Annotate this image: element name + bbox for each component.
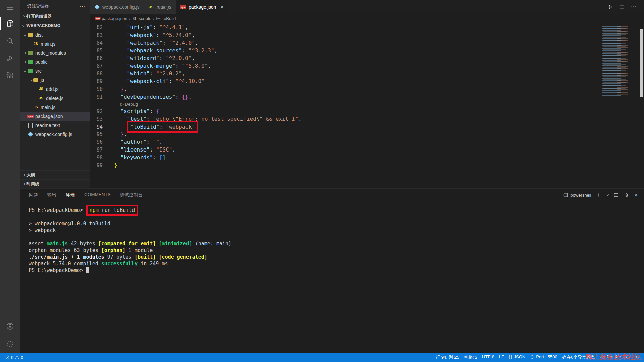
notifications-bell-icon[interactable] <box>633 355 642 360</box>
line-text: "author": "", <box>111 139 163 145</box>
terminal-shell-select[interactable]: powershell <box>563 192 591 198</box>
run-debug-icon[interactable] <box>0 50 20 67</box>
account-icon[interactable] <box>0 318 20 335</box>
file-tree: distmain.jsnode_modulespublicsrcjsadd.js… <box>20 30 90 170</box>
breadcrumb-item-toBuild[interactable]: toBuild <box>156 16 176 21</box>
code-line-92[interactable]: 92 "scripts": { <box>90 107 644 115</box>
timeline-section[interactable]: 时间线 <box>20 179 90 188</box>
breadcrumb-item-scripts[interactable]: scripts <box>132 16 151 21</box>
workspace-root-section[interactable]: WEBPACKDEMO <box>20 21 90 30</box>
code-line-99[interactable]: 99} <box>90 161 644 169</box>
panel-tab-终端[interactable]: 终端 <box>65 189 75 201</box>
editor-scrollbar[interactable] <box>640 29 643 97</box>
line-number: 88 <box>90 70 111 78</box>
code-line-85[interactable]: 85 "webpack-sources": "^3.2.3", <box>90 47 644 54</box>
tree-item-webpack.config.js[interactable]: webpack.config.js <box>20 130 90 139</box>
search-icon[interactable] <box>0 32 20 50</box>
explorer-icon[interactable] <box>0 15 20 32</box>
line-text: } <box>111 162 117 168</box>
breadcrumb-label: package.json <box>102 16 127 21</box>
code-line-86[interactable]: 86 "wildcard": "^2.0.0", <box>90 54 644 62</box>
tree-item-add.js[interactable]: add.js <box>20 84 90 94</box>
tree-item-package.json[interactable]: package.json <box>20 112 90 121</box>
tree-item-node_modules[interactable]: node_modules <box>20 48 90 57</box>
status-item-JSON[interactable]: JSON <box>506 354 528 359</box>
line-number: 89 <box>90 78 111 85</box>
tree-item-dist[interactable]: dist <box>20 30 90 39</box>
extensions-icon[interactable] <box>0 67 20 84</box>
close-icon[interactable]: × <box>220 4 223 10</box>
close-panel-icon[interactable]: × <box>634 192 638 199</box>
split-terminal-icon[interactable] <box>613 192 619 198</box>
more-actions-icon[interactable]: ··· <box>630 4 637 10</box>
code-line-87[interactable]: 87 "webpack-merge": "^5.8.0", <box>90 62 644 70</box>
line-text: ▷ Debug <box>111 102 138 107</box>
run-file-icon[interactable] <box>607 4 613 10</box>
panel: 问题输出终端COMMENTS调试控制台 powershell × <box>20 188 644 353</box>
new-terminal-icon[interactable] <box>596 192 601 198</box>
split-editor-icon[interactable] <box>619 4 625 10</box>
breadcrumb-item-package.json[interactable]: package.json <box>95 16 127 21</box>
error-icon <box>5 355 10 360</box>
code-lines: 82 "uri-js": "^4.4.1",83 "webpack": "^5.… <box>90 23 644 169</box>
line-number: 95 <box>90 131 111 138</box>
terminal-line: PS E:\webpackDemo> npm run toBuild <box>29 207 644 214</box>
status-item-行 94, 列 25[interactable]: 行 94, 列 25 <box>433 354 461 360</box>
code-line-89[interactable]: 89 "webpack-cli": "^4.10.0" <box>90 77 644 85</box>
line-text: "watchpack": "^2.4.0", <box>111 40 198 46</box>
error-count: 0 <box>11 355 13 360</box>
chevron-icon <box>29 78 32 81</box>
problems-status[interactable]: 0 0 <box>3 355 25 360</box>
code-line-96[interactable]: 96 "author": "", <box>90 138 644 146</box>
minimap[interactable] <box>602 25 639 96</box>
code-line-83[interactable]: 83 "webpack": "^5.74.0", <box>90 31 644 39</box>
status-item-UTF-8[interactable]: UTF-8 <box>480 354 497 359</box>
open-editors-section[interactable]: 打开的编辑器 <box>20 12 90 21</box>
tree-item-public[interactable]: public <box>20 57 90 66</box>
code-line-94[interactable]: 94 "toBuild": "webpack" <box>90 123 644 130</box>
status-item-LF[interactable]: LF <box>497 354 506 359</box>
feedback-icon[interactable] <box>623 355 633 360</box>
menu-icon[interactable] <box>0 0 20 15</box>
terminal-dropdown-icon[interactable] <box>606 193 609 196</box>
code-line-88[interactable]: 88 "which": "^2.0.2", <box>90 70 644 77</box>
sidebar-more-actions-icon[interactable]: ··· <box>80 4 85 9</box>
code-line-97[interactable]: 97 "license": "ISC", <box>90 146 644 154</box>
panel-tab-问题[interactable]: 问题 <box>29 189 38 201</box>
tree-item-src[interactable]: src <box>20 66 90 75</box>
tree-item-readme.text[interactable]: readme.text <box>20 121 90 130</box>
tab-main.js[interactable]: main.js <box>144 0 176 14</box>
tree-item-main.js[interactable]: main.js <box>20 39 90 48</box>
open-editors-label: 打开的编辑器 <box>26 14 52 19</box>
tab-package.json[interactable]: package.json× <box>176 0 228 14</box>
chevron-right-icon <box>22 183 25 185</box>
panel-tab-COMMENTS[interactable]: COMMENTS <box>84 189 111 201</box>
code-line-91[interactable]: 91 "devDependencies": {}, <box>90 93 644 101</box>
status-item-空格: 2[interactable]: 空格: 2 <box>462 354 480 360</box>
code-area[interactable]: 82 "uri-js": "^4.4.1",83 "webpack": "^5.… <box>90 23 644 188</box>
code-line-82[interactable]: 82 "uri-js": "^4.4.1", <box>90 23 644 31</box>
outline-section[interactable]: 大纲 <box>20 170 90 179</box>
tree-item-js[interactable]: js <box>20 75 90 84</box>
status-item-Prettier[interactable]: Prettier <box>597 354 623 359</box>
js-icon <box>149 4 154 10</box>
line-text: "wildcard": "^2.0.0", <box>111 55 195 61</box>
braces-icon <box>509 354 512 359</box>
kill-terminal-icon[interactable] <box>624 192 629 198</box>
code-line-98[interactable]: 98 "keywords": [] <box>90 154 644 161</box>
code-line-84[interactable]: 84 "watchpack": "^2.4.0", <box>90 39 644 47</box>
terminal-lines: PS E:\webpackDemo> npm run toBuild> webp… <box>29 207 644 274</box>
status-item-存在0个异常标点[interactable]: 存在0个异常标点 <box>560 354 597 360</box>
tree-item-label: node_modules <box>35 50 66 56</box>
panel-tab-调试控制台[interactable]: 调试控制台 <box>120 189 143 201</box>
settings-gear-icon[interactable] <box>0 335 20 353</box>
code-line-90[interactable]: 90 }, <box>90 85 644 93</box>
tree-item-main.js[interactable]: main.js <box>20 103 90 112</box>
codelens[interactable]: ▷ Debug <box>90 101 644 107</box>
panel-tab-输出[interactable]: 输出 <box>47 189 57 201</box>
tree-item-delete.js[interactable]: delete.js <box>20 94 90 103</box>
terminal[interactable]: PS E:\webpackDemo> npm run toBuild> webp… <box>20 201 644 353</box>
line-text: "webpack-cli": "^4.10.0" <box>111 78 205 84</box>
status-item-Port : 5500[interactable]: Port : 5500 <box>528 354 560 359</box>
tab-webpack.config.js[interactable]: webpack.config.js <box>90 0 144 14</box>
